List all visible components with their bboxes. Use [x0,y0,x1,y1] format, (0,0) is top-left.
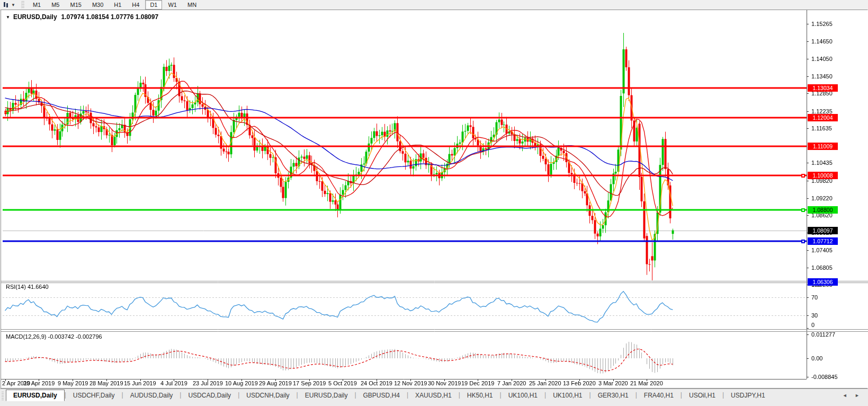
timeframe-button-w1[interactable]: W1 [163,0,182,10]
date-axis-label: 19 Dec 2019 [461,380,494,387]
macd-axis-label: -0.008845 [811,374,848,381]
tabs-scroll-right-icon[interactable]: ► [855,393,863,398]
macd-axis-label: 0.00 [811,355,848,362]
rsi-axis-label: 30 [811,312,848,319]
date-axis-label: 15 Jun 2019 [124,380,156,387]
date-axis-label: 9 May 2019 [58,380,88,387]
rsi-axis-label: 0 [811,322,848,329]
chart-tab-usdchf-daily[interactable]: USDCHF,Daily [66,390,122,401]
price-axis-label: 1.14050 [811,56,848,63]
price-axis-label: 1.14650 [811,38,848,45]
price-axis-label: 1.06805 [811,264,848,271]
price-axis-label: 1.10435 [811,160,848,166]
price-badge: 1.08800 [808,206,838,214]
price-badge: 1.06306 [808,278,838,286]
chart-tab-audusd-daily[interactable]: AUDUSD,Daily [123,390,180,401]
chart-tab-xauusd-h1[interactable]: XAUUSD,H1 [408,390,459,401]
timeframe-button-m1[interactable]: M1 [28,0,46,10]
mt4-application: ▼ M1M5M15M30H1H4D1W1MN ▼ EURUSD,Daily 1.… [0,0,868,406]
timeframe-buttons: M1M5M15M30H1H4D1W1MN [28,2,202,8]
timeframe-button-m15[interactable]: M15 [65,0,86,10]
chart-tab-uk100-h1[interactable]: UK100,H1 [546,390,589,401]
price-axis-label: 1.13450 [811,73,848,80]
chart-tab-ger30-h1[interactable]: GER30,H1 [591,390,636,401]
timeframe-button-mn[interactable]: MN [183,0,201,10]
date-axis-label: 30 Nov 2019 [428,380,461,387]
price-axis-label: 1.11635 [811,125,848,132]
date-axis-label: 10 Aug 2019 [225,380,258,387]
candlestick-chart-icon[interactable] [2,2,11,8]
date-axis-label: 20 Apr 2019 [23,380,55,387]
chevron-down-icon[interactable]: ▼ [11,3,15,7]
chart-tab-hk50-h1[interactable]: HK50,H1 [460,390,500,401]
tabbar-grip [2,392,4,401]
chart-tab-gbpusd-h4[interactable]: GBPUSD,H4 [356,390,407,401]
timeframe-button-h4[interactable]: H4 [127,0,144,10]
date-axis-label: 21 Mar 2020 [630,380,663,387]
rsi-indicator-label: RSI(14) 41.6640 [6,284,49,290]
chart-canvas[interactable] [1,10,868,388]
date-axis-label: 29 Aug 2019 [259,380,292,387]
date-axis-label: 3 Mar 2020 [598,380,628,387]
chart-window: ▼ EURUSD,Daily 1.07974 1.08154 1.07776 1… [1,10,867,389]
date-axis-label: 24 Oct 2019 [361,380,392,387]
price-badge: 1.07712 [808,237,838,245]
timeframe-button-d1[interactable]: D1 [145,0,162,10]
chart-tab-eurusd-daily[interactable]: EURUSD,Daily [6,390,65,401]
chart-title: ▼ EURUSD,Daily 1.07974 1.08154 1.07776 1… [6,13,158,21]
chart-tab-usdjpy-h1[interactable]: USDJPY,H1 [724,390,772,401]
date-axis-label: 7 Jan 2020 [497,380,526,387]
chart-tab-fra40-h1[interactable]: FRA40,H1 [637,390,681,401]
date-axis-label: 28 May 2019 [90,380,123,387]
date-axis-label: 17 Sep 2019 [293,380,326,387]
timeframe-button-m5[interactable]: M5 [47,0,64,10]
timeframe-toolbar: ▼ M1M5M15M30H1H4D1W1MN [0,0,868,10]
date-axis-label: 23 Jul 2019 [193,380,223,387]
tab-scroll-arrows: ◄ ► [843,393,863,398]
price-badge: 1.13034 [808,84,838,92]
date-axis-label: 4 Jul 2019 [160,380,187,387]
price-axis-label: 1.09220 [811,195,848,202]
price-badge: 1.08097 [808,227,838,234]
price-badge: 1.12004 [808,114,838,121]
chart-tab-usdcad-daily[interactable]: USDCAD,Daily [181,390,238,401]
price-badge: 1.11009 [808,143,838,150]
timeframe-button-h1[interactable]: H1 [109,0,126,10]
timeframe-button-m30[interactable]: M30 [87,0,108,10]
price-axis-label: 1.07405 [811,247,848,254]
date-axis-label: 25 Jan 2020 [529,380,561,387]
date-axis-label: 13 Feb 2020 [563,380,596,387]
chart-tabs: EURUSD,Daily|USDCHF,Daily|AUDUSD,Daily|U… [6,389,772,401]
toolbar-grip [21,1,24,8]
chart-symbol-label: EURUSD,Daily [13,13,57,21]
chart-tab-usoil-h1[interactable]: USOil,H1 [682,390,722,401]
tabs-scroll-left-icon[interactable]: ◄ [843,393,851,398]
price-badge: 1.10008 [808,172,838,179]
date-axis-label: 12 Nov 2019 [394,380,427,387]
macd-axis-label: 0.011277 [811,331,848,338]
chart-ohlc-values: 1.07974 1.08154 1.07776 1.08097 [61,13,159,21]
chart-tab-usdcnh-daily[interactable]: USDCNH,Daily [239,390,296,401]
chart-tab-uk100-h1[interactable]: UK100,H1 [502,390,544,401]
chart-menu-triangle-icon[interactable]: ▼ [6,15,10,20]
chart-tab-bar: EURUSD,Daily|USDCHF,Daily|AUDUSD,Daily|U… [0,389,868,406]
date-axis-label: 5 Oct 2019 [328,380,357,387]
chart-tab-eurusd-daily[interactable]: EURUSD,Daily [298,390,355,401]
rsi-axis-label: 70 [811,294,848,301]
price-axis-label: 1.15265 [811,21,848,28]
macd-indicator-label: MACD(12,26,9) -0.003742 -0.002796 [6,333,102,340]
